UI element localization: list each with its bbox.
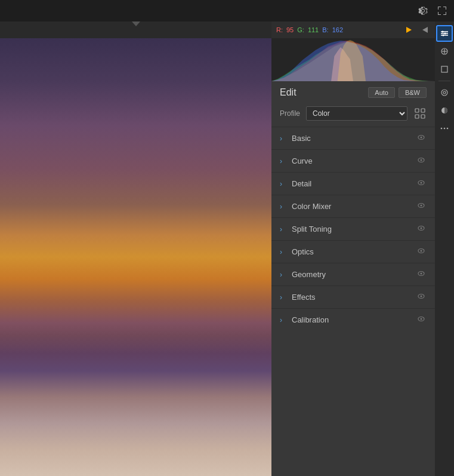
svg-rect-1	[415, 109, 419, 112]
section-name-optics: Optics	[292, 247, 416, 256]
section-basic[interactable]: › Basic	[271, 127, 435, 149]
eye-color-mixer[interactable]	[416, 201, 427, 211]
section-name-color-mixer: Color Mixer	[292, 202, 416, 211]
histogram-icons	[404, 24, 430, 36]
gear-icon[interactable]	[416, 4, 430, 18]
g-label: G:	[297, 26, 304, 33]
histogram-area: R: 95 G: 111 B: 162	[271, 22, 435, 81]
section-list: › Basic › Curve	[271, 127, 435, 331]
section-name-effects: Effects	[292, 293, 416, 302]
section-name-calibration: Calibration	[292, 315, 416, 324]
photo-top-bar	[0, 22, 271, 38]
svg-point-20	[421, 296, 422, 297]
section-name-detail: Detail	[292, 179, 416, 188]
section-color-mixer[interactable]: › Color Mixer	[271, 195, 435, 217]
chevron-geometry: ›	[280, 271, 286, 279]
svg-point-38	[447, 128, 449, 130]
section-name-basic: Basic	[292, 134, 416, 143]
top-bar	[0, 0, 454, 22]
section-effects[interactable]: › Effects	[271, 285, 435, 308]
masking-tool-button[interactable]	[436, 102, 453, 119]
svg-point-33	[441, 90, 447, 96]
svg-point-18	[421, 273, 422, 275]
profile-grid-icon[interactable]	[413, 107, 427, 120]
r-value: 95	[286, 26, 294, 33]
chevron-split-toning: ›	[280, 225, 286, 234]
edit-panel: Edit Auto B&W Profile Color Monochrome A…	[271, 81, 435, 476]
eye-split-toning[interactable]	[416, 224, 427, 234]
section-name-split-toning: Split Toning	[292, 225, 416, 234]
b-value: 162	[332, 26, 343, 33]
svg-point-8	[421, 159, 422, 161]
chevron-optics: ›	[280, 248, 286, 256]
clipping-low-icon[interactable]	[404, 24, 416, 36]
chevron-curve: ›	[280, 157, 286, 165]
section-optics[interactable]: › Optics	[271, 240, 435, 263]
edit-header: Edit Auto B&W	[271, 81, 435, 103]
b-label: B:	[322, 26, 328, 33]
histogram-canvas	[271, 38, 435, 81]
section-detail[interactable]: › Detail	[271, 172, 435, 195]
eye-effects[interactable]	[416, 292, 427, 302]
edit-title: Edit	[280, 87, 297, 98]
svg-point-6	[421, 137, 422, 139]
right-panel: R: 95 G: 111 B: 162	[271, 22, 435, 476]
auto-button[interactable]: Auto	[368, 87, 395, 98]
chevron-color-mixer: ›	[280, 202, 286, 211]
photo-image	[0, 38, 271, 476]
r-label: R:	[276, 26, 283, 33]
svg-point-28	[443, 35, 444, 36]
section-geometry[interactable]: › Geometry	[271, 263, 435, 285]
section-calibration[interactable]: › Calibration	[271, 308, 435, 331]
svg-point-10	[421, 182, 422, 184]
eye-optics[interactable]	[416, 247, 427, 257]
chevron-detail: ›	[280, 180, 286, 188]
radial-tool-button[interactable]	[436, 84, 453, 101]
healing-tool-button[interactable]	[436, 43, 453, 60]
section-curve[interactable]: › Curve	[271, 149, 435, 172]
svg-point-26	[442, 31, 444, 33]
main-area: R: 95 G: 111 B: 162	[0, 22, 454, 476]
crop-tool-button[interactable]	[436, 61, 453, 78]
svg-rect-4	[421, 115, 425, 118]
clipping-high-icon[interactable]	[418, 24, 430, 36]
side-toolbar	[435, 22, 454, 476]
svg-point-16	[421, 250, 422, 252]
section-name-curve: Curve	[292, 156, 416, 165]
histogram-header: R: 95 G: 111 B: 162	[271, 22, 435, 38]
histogram-triangle	[132, 22, 140, 26]
svg-rect-3	[415, 115, 419, 118]
chevron-calibration: ›	[280, 316, 286, 324]
chevron-effects: ›	[280, 293, 286, 302]
profile-select[interactable]: Color Monochrome Adobe Color	[306, 106, 407, 121]
eye-geometry[interactable]	[416, 269, 427, 280]
svg-point-34	[443, 91, 446, 94]
profile-label: Profile	[280, 109, 300, 118]
photo-panel	[0, 22, 271, 476]
g-value: 111	[308, 26, 319, 33]
eye-curve[interactable]	[416, 156, 427, 166]
toolbar-separator	[438, 81, 450, 81]
svg-point-22	[421, 318, 422, 320]
svg-point-37	[444, 128, 446, 130]
svg-point-36	[441, 128, 443, 130]
svg-point-12	[421, 205, 422, 207]
svg-point-27	[444, 33, 446, 35]
section-name-geometry: Geometry	[292, 270, 416, 279]
edit-tool-button[interactable]	[436, 25, 453, 42]
svg-point-14	[421, 228, 422, 229]
rgb-values: R: 95 G: 111 B: 162	[276, 26, 343, 33]
eye-calibration[interactable]	[416, 315, 427, 325]
chevron-basic: ›	[280, 134, 286, 143]
profile-row: Profile Color Monochrome Adobe Color	[271, 103, 435, 127]
eye-basic[interactable]	[416, 133, 427, 143]
svg-rect-2	[421, 109, 425, 112]
bw-button[interactable]: B&W	[399, 87, 427, 98]
section-split-toning[interactable]: › Split Toning	[271, 217, 435, 240]
eye-detail[interactable]	[416, 179, 427, 189]
expand-icon[interactable]	[435, 4, 449, 18]
svg-rect-32	[441, 66, 447, 72]
more-options-button[interactable]	[436, 120, 453, 137]
edit-buttons: Auto B&W	[368, 87, 427, 98]
